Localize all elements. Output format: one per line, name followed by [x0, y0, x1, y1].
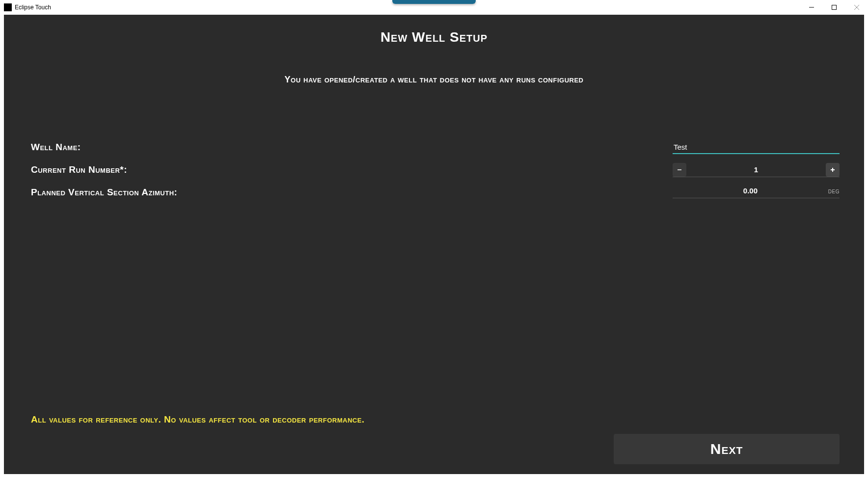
- well-name-input[interactable]: [673, 141, 840, 154]
- azimuth-unit: DEG: [828, 189, 840, 194]
- titlebar-left: Eclipse Touch: [4, 3, 51, 11]
- app-icon: [4, 3, 12, 11]
- app-title: Eclipse Touch: [15, 4, 51, 11]
- run-number-value[interactable]: 1: [686, 165, 826, 174]
- well-name-row: Well Name:: [31, 140, 840, 155]
- minimize-button[interactable]: [800, 0, 823, 15]
- next-button[interactable]: Next: [614, 434, 840, 464]
- azimuth-input-row[interactable]: 0.00 DEG: [673, 186, 840, 198]
- azimuth-label: Planned Vertical Section Azimuth:: [31, 187, 177, 198]
- run-number-stepper: 1: [673, 163, 840, 177]
- titlebar-accent-bar: [392, 0, 476, 4]
- maximize-button[interactable]: [823, 0, 845, 15]
- window-titlebar: Eclipse Touch: [0, 0, 868, 15]
- close-button[interactable]: [845, 0, 868, 15]
- azimuth-value[interactable]: 0.00: [673, 186, 828, 195]
- run-number-increment-button[interactable]: [826, 163, 840, 177]
- page-subtitle: You have opened/created a well that does…: [24, 75, 844, 85]
- run-number-row: Current Run Number*: 1: [31, 162, 840, 177]
- azimuth-row: Planned Vertical Section Azimuth: 0.00 D…: [31, 185, 840, 200]
- run-number-label: Current Run Number*:: [31, 164, 127, 175]
- window-controls: [800, 0, 868, 15]
- page-title: New Well Setup: [24, 29, 844, 45]
- run-number-decrement-button[interactable]: [673, 163, 686, 177]
- minus-icon: [677, 167, 682, 173]
- form-area: Well Name: Current Run Number*: 1: [31, 140, 840, 208]
- plus-icon: [830, 167, 836, 173]
- main-content: New Well Setup You have opened/created a…: [4, 15, 864, 474]
- well-name-control: [673, 141, 840, 154]
- well-name-label: Well Name:: [31, 142, 81, 153]
- azimuth-control: 0.00 DEG: [673, 186, 840, 198]
- reference-notice: All values for reference only. No values…: [31, 414, 840, 425]
- svg-rect-1: [832, 5, 837, 10]
- run-number-control: 1: [673, 163, 840, 177]
